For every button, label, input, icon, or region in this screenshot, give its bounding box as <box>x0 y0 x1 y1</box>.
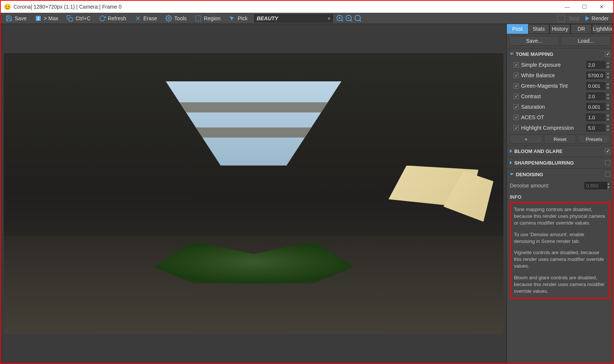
info-section: INFO Tone mapping controls are disabled,… <box>507 191 613 302</box>
tone-add-button[interactable]: + <box>510 135 542 144</box>
param-value[interactable]: 5700.0 <box>586 72 605 79</box>
denoising-header[interactable]: DENOISING <box>507 169 613 180</box>
bloom-header[interactable]: BLOOM AND GLARE ✓ <box>507 145 613 157</box>
tab-post[interactable]: Post <box>507 24 528 34</box>
param-value[interactable]: 1.0 <box>586 114 605 121</box>
zoom-out-icon[interactable] <box>345 14 353 22</box>
render-pass-value: BEAUTY <box>257 15 279 21</box>
render-label: Render <box>592 15 609 21</box>
tone-param-row: ⋮⋮✓Contrast2.0▲▼ <box>507 91 613 102</box>
tab-lightmix[interactable]: LightMix <box>592 24 613 34</box>
erase-label: Erase <box>144 15 157 21</box>
refresh-button[interactable]: Refresh <box>96 13 130 23</box>
tone-mapping-checkbox[interactable]: ✓ <box>605 51 610 57</box>
refresh-icon <box>99 15 106 22</box>
denoise-amount-row: Denoise amount: 0.650 ▲▼ <box>507 180 613 191</box>
tone-mapping-header[interactable]: TONE MAPPING ✓ <box>507 48 613 60</box>
svg-line-12 <box>350 20 352 21</box>
tone-param-row: ⋮⋮✓Highlight Compression5.0▲▼ <box>507 123 613 133</box>
max-icon: 3 <box>35 15 42 22</box>
drag-handle-icon[interactable]: ⋮⋮ <box>510 94 512 99</box>
drag-handle-icon[interactable]: ⋮⋮ <box>510 63 512 67</box>
pick-button[interactable]: Pick <box>225 13 251 23</box>
drag-handle-icon[interactable]: ⋮⋮ <box>510 84 512 88</box>
tab-dr[interactable]: DR <box>571 24 592 34</box>
param-spinner[interactable]: ▲▼ <box>606 93 610 100</box>
tab-stats[interactable]: Stats <box>528 24 550 34</box>
param-checkbox[interactable]: ✓ <box>514 104 519 109</box>
tab-history[interactable]: History <box>550 24 571 34</box>
param-value[interactable]: 2.0 <box>586 61 605 69</box>
sharpening-header[interactable]: SHARPENING/BLURRING <box>507 157 613 168</box>
region-label: Region <box>204 15 220 21</box>
zoom-fit-icon[interactable] <box>354 14 362 22</box>
close-button[interactable]: ✕ <box>593 1 610 13</box>
param-spinner[interactable]: ▲▼ <box>606 124 610 132</box>
drag-handle-icon[interactable]: ⋮⋮ <box>510 105 512 109</box>
svg-point-14 <box>355 15 360 21</box>
param-value[interactable]: 0.001 <box>586 82 605 90</box>
render-pass-dropdown[interactable]: BEAUTY ▾ <box>254 14 333 22</box>
param-spinner[interactable]: ▲▼ <box>606 82 610 90</box>
denoise-value[interactable]: 0.650 <box>584 182 607 189</box>
param-label: White Balance <box>521 72 586 78</box>
save-load-row: Save... Load... <box>507 34 613 48</box>
chevron-right-icon <box>510 149 512 153</box>
panel-save-button[interactable]: Save... <box>509 36 559 46</box>
maximize-button[interactable]: ☐ <box>576 1 593 13</box>
save-button[interactable]: Save <box>2 13 30 23</box>
svg-line-8 <box>341 20 343 21</box>
param-checkbox[interactable]: ✓ <box>514 125 519 130</box>
bloom-checkbox[interactable]: ✓ <box>605 148 610 154</box>
stop-label: Stop <box>569 15 580 21</box>
param-spinner[interactable]: ▲▼ <box>606 103 610 111</box>
ctrlc-button[interactable]: Ctrl+C <box>63 13 94 23</box>
drag-handle-icon[interactable]: ⋮⋮ <box>510 126 512 130</box>
tone-param-row: ⋮⋮✓ACES OT1.0▲▼ <box>507 112 613 123</box>
denoise-spinner[interactable]: ▲▼ <box>607 182 610 189</box>
param-spinner[interactable]: ▲▼ <box>606 114 610 121</box>
sharpening-title: SHARPENING/BLURRING <box>514 160 574 166</box>
param-value[interactable]: 2.0 <box>586 93 605 100</box>
play-icon <box>586 16 589 21</box>
info-title: INFO <box>510 194 610 200</box>
sharpening-checkbox[interactable] <box>605 160 610 165</box>
zoom-in-icon[interactable] <box>336 14 344 22</box>
bloom-title: BLOOM AND GLARE <box>514 148 563 154</box>
minimize-button[interactable]: — <box>559 1 576 13</box>
tone-param-row: ⋮⋮✓Simple Exposure2.0▲▼ <box>507 60 613 70</box>
param-checkbox[interactable]: ✓ <box>514 83 519 88</box>
tone-param-row: ⋮⋮✓Saturation0.001▲▼ <box>507 102 613 112</box>
tone-presets-button[interactable]: Presets <box>578 135 610 144</box>
param-label: Simple Exposure <box>521 62 586 68</box>
tools-label: Tools <box>174 15 187 21</box>
tools-button[interactable]: Tools <box>162 13 190 23</box>
refresh-label: Refresh <box>108 15 126 21</box>
erase-button[interactable]: Erase <box>131 13 161 23</box>
param-value[interactable]: 0.001 <box>586 103 605 111</box>
param-checkbox[interactable]: ✓ <box>514 94 519 99</box>
drag-handle-icon[interactable]: ⋮⋮ <box>510 115 512 120</box>
drag-handle-icon[interactable]: ⋮⋮ <box>510 73 512 78</box>
tone-reset-button[interactable]: Reset <box>544 135 577 144</box>
copy-icon <box>66 15 73 22</box>
chevron-right-icon <box>510 161 512 165</box>
param-checkbox[interactable]: ✓ <box>514 73 519 78</box>
param-label: Saturation <box>521 104 586 110</box>
chevron-down-icon: ▾ <box>328 15 330 21</box>
render-image <box>4 53 503 334</box>
param-spinner[interactable]: ▲▼ <box>606 72 610 79</box>
max-button[interactable]: 3 > Max <box>31 13 62 23</box>
info-text-4: Bloom and glare controls are disabled, b… <box>514 274 606 295</box>
param-spinner[interactable]: ▲▼ <box>606 61 610 69</box>
chevron-down-icon <box>510 53 514 55</box>
region-button[interactable]: Region <box>192 13 224 23</box>
param-value[interactable]: 5.0 <box>586 124 605 132</box>
render-button[interactable]: Render <box>583 13 612 23</box>
param-checkbox[interactable]: ✓ <box>514 115 519 120</box>
viewport[interactable] <box>1 24 506 363</box>
denoising-checkbox[interactable] <box>605 172 610 177</box>
param-checkbox[interactable]: ✓ <box>514 62 519 67</box>
panel-load-button[interactable]: Load... <box>561 36 611 46</box>
save-label: Save <box>15 15 27 21</box>
